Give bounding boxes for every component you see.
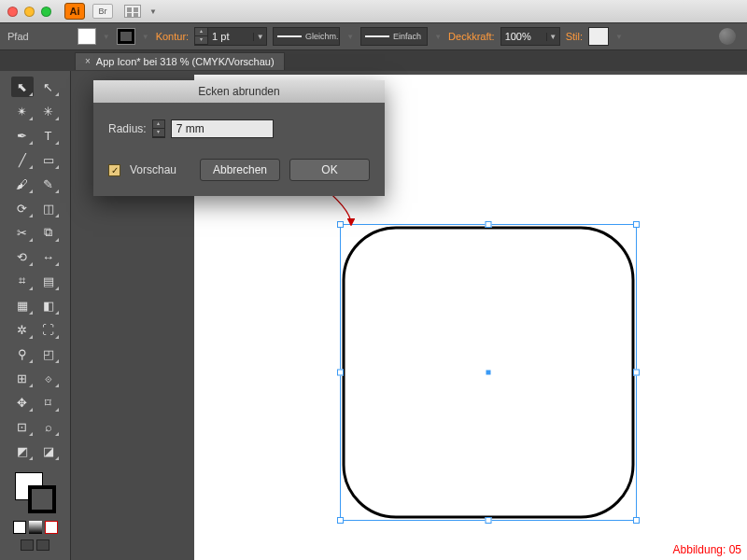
tool-slot-0[interactable]: ⬉ [11,77,34,97]
figure-caption: Abbildung: 05 [673,543,741,556]
stroke-color-box[interactable] [28,485,56,513]
opacity-combo[interactable]: ▼ [500,27,560,46]
radius-label: Radius: [108,122,147,135]
tool-slot-14[interactable]: ⟲ [11,246,34,267]
arrange-documents-button[interactable] [124,5,141,18]
chevron-down-icon[interactable]: ▼ [148,7,158,16]
minimize-icon[interactable] [24,7,35,17]
stepper-up-icon[interactable]: ▴ [153,120,164,129]
profile-label: Einfach [393,32,421,41]
selection-bounding-box[interactable] [340,224,637,521]
chevron-down-icon[interactable]: ▼ [102,33,111,41]
color-mode-none[interactable] [45,521,58,534]
tool-slot-24[interactable]: ⊞ [11,368,34,388]
opacity-label[interactable]: Deckkraft: [448,31,495,42]
ok-button[interactable]: OK [289,159,370,181]
tool-slot-11[interactable]: ◫ [37,198,60,218]
cancel-button[interactable]: Abbrechen [200,159,280,181]
control-bar: Pfad ▼ ▼ Kontur: ▴▾ ▼ Gleichm. ▼ Einfach… [0,22,747,50]
resize-handle-nw[interactable] [337,221,344,228]
opacity-input[interactable] [501,31,546,42]
chevron-down-icon[interactable]: ▼ [614,33,624,41]
color-mode-row [13,521,58,534]
stroke-weight-input[interactable] [208,31,253,42]
tool-slot-6[interactable]: ╱ [11,149,34,170]
document-tab[interactable]: × App Icon* bei 318 % (CMYK/Vorschau) [75,52,285,70]
tool-slot-13[interactable]: ⧉ [37,222,60,243]
dash-label: Gleichm. [305,32,339,41]
document-tab-title: App Icon* bei 318 % (CMYK/Vorschau) [96,56,275,67]
tool-slot-17[interactable]: ▤ [37,271,60,291]
screen-mode-normal[interactable] [21,539,34,551]
tool-slot-9[interactable]: ✎ [37,174,60,194]
tool-slot-28[interactable]: ⊡ [11,416,34,437]
tool-slot-19[interactable]: ◧ [37,295,60,315]
selection-type-label: Pfad [7,31,29,42]
stroke-dash-combo[interactable]: Gleichm. [273,27,340,46]
stepper-down-icon[interactable]: ▾ [153,129,164,137]
radius-input[interactable] [171,119,274,138]
fill-swatch[interactable] [78,28,96,45]
tool-slot-12[interactable]: ✂ [11,222,34,243]
tool-slot-3[interactable]: ✳ [37,101,60,121]
zoom-icon[interactable] [41,7,51,17]
preview-label: Vorschau [130,163,176,176]
color-mode-normal[interactable] [13,521,26,534]
round-corners-dialog: Ecken abrunden Radius: ▴▾ ✓ Vorschau Abb… [93,80,385,196]
tool-slot-8[interactable]: 🖌 [11,174,34,194]
tool-slot-30[interactable]: ◩ [11,441,34,461]
tool-slot-26[interactable]: ✥ [11,392,34,413]
tool-slot-18[interactable]: ▦ [11,295,34,315]
bridge-button[interactable]: Br [92,4,113,19]
chevron-down-icon[interactable]: ▼ [433,33,443,41]
close-icon[interactable] [7,7,18,17]
tool-slot-25[interactable]: ⟐ [37,368,60,388]
tool-slot-29[interactable]: ⌕ [37,416,60,437]
tool-slot-4[interactable]: ✒ [11,125,34,146]
tool-slot-15[interactable]: ↔ [37,246,60,267]
graphic-style-swatch[interactable] [588,27,609,46]
resize-handle-n[interactable] [486,221,492,228]
screen-mode-full[interactable] [36,539,49,551]
resize-handle-ne[interactable] [633,221,640,228]
cloud-icon[interactable] [719,28,736,45]
stroke-profile-combo[interactable]: Einfach [360,27,428,46]
tool-slot-1[interactable]: ↖ [37,77,60,97]
tool-slot-2[interactable]: ✴ [11,101,34,121]
chevron-down-icon[interactable]: ▼ [345,33,355,41]
dialog-title: Ecken abrunden [93,80,385,103]
stepper-down-icon[interactable]: ▾ [195,36,207,45]
tool-slot-23[interactable]: ◰ [37,343,60,364]
resize-handle-w[interactable] [337,370,344,376]
tool-slot-22[interactable]: ⚲ [11,343,34,364]
tool-slot-21[interactable]: ⛶ [37,319,60,340]
tool-slot-10[interactable]: ⟳ [11,198,34,218]
resize-handle-se[interactable] [633,517,640,524]
tool-slot-20[interactable]: ✲ [11,319,34,340]
stroke-weight-combo[interactable]: ▴▾ ▼ [194,27,267,46]
fill-stroke-indicator[interactable] [15,472,56,513]
window-titlebar: Ai Br ▼ [0,0,747,22]
stepper-up-icon[interactable]: ▴ [195,28,207,36]
resize-handle-e[interactable] [633,370,640,376]
tool-slot-31[interactable]: ◪ [37,441,60,461]
style-label[interactable]: Stil: [566,31,583,42]
stroke-label[interactable]: Kontur: [156,31,189,42]
resize-handle-sw[interactable] [337,517,344,524]
chevron-down-icon[interactable]: ▼ [253,33,266,41]
tool-slot-5[interactable]: T [37,125,60,146]
traffic-lights [7,7,51,17]
app-badge-ai: Ai [64,3,85,20]
tool-slot-16[interactable]: ⌗ [11,271,34,291]
selection-center-icon [486,371,491,375]
preview-checkbox[interactable]: ✓ [108,164,120,176]
tool-slot-27[interactable]: ⌑ [37,392,60,413]
stroke-swatch[interactable] [117,28,135,45]
tool-slot-7[interactable]: ▭ [37,149,60,170]
chevron-down-icon[interactable]: ▼ [546,33,559,41]
color-mode-gradient[interactable] [29,521,42,534]
document-tabstrip: × App Icon* bei 318 % (CMYK/Vorschau) [0,50,747,71]
resize-handle-s[interactable] [486,517,492,524]
close-tab-icon[interactable]: × [85,56,91,66]
chevron-down-icon[interactable]: ▼ [141,33,150,41]
